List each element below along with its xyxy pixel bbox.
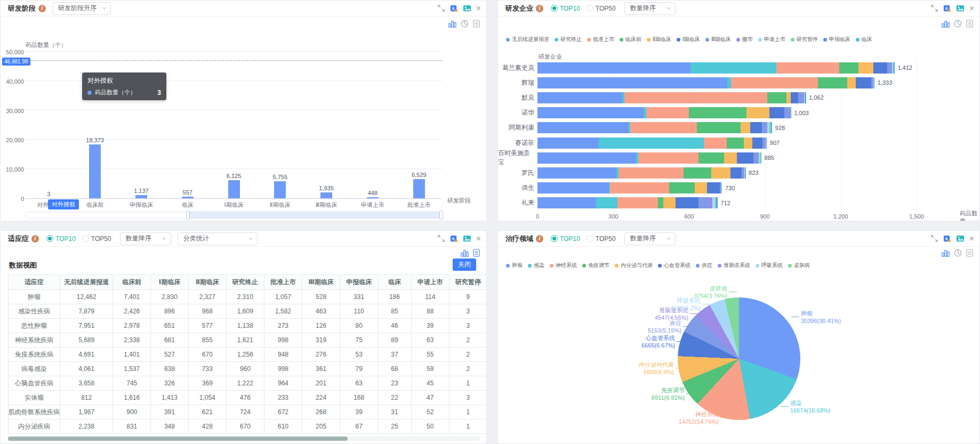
info-icon[interactable]: i <box>31 235 39 243</box>
expand-icon[interactable] <box>930 235 938 243</box>
bar[interactable] <box>274 181 286 198</box>
close-icon[interactable]: × <box>476 235 481 243</box>
legend-item[interactable]: 申报临床 <box>823 36 850 43</box>
radio-top10[interactable]: TOP10 <box>551 5 580 12</box>
company-label[interactable]: 阿斯利康 <box>498 120 534 135</box>
bar-segment[interactable] <box>676 197 698 208</box>
bar-segment[interactable] <box>894 62 895 74</box>
pie-chart[interactable] <box>678 297 800 420</box>
bar-segment[interactable] <box>669 182 694 193</box>
bar-segment[interactable] <box>750 122 762 133</box>
bar-segment[interactable] <box>537 197 596 208</box>
close-icon[interactable]: × <box>969 4 974 13</box>
data-view-icon[interactable] <box>966 20 973 28</box>
company-label[interactable]: 礼来 <box>498 196 534 211</box>
legend-item[interactable]: 呼吸系统 <box>756 262 783 269</box>
bar-segment[interactable] <box>658 197 664 208</box>
bar-segment[interactable] <box>761 152 761 164</box>
datazoom-track[interactable] <box>26 212 188 219</box>
bar-segment[interactable] <box>769 107 784 118</box>
x-axis-label[interactable]: Ⅱ期临床 <box>257 201 303 209</box>
bar-segment[interactable] <box>791 92 798 103</box>
sort-select[interactable]: 研发阶段升序 ∨ <box>52 2 111 15</box>
excel-export-icon[interactable] <box>943 4 951 12</box>
excel-export-icon[interactable] <box>943 235 951 243</box>
datazoom-slider[interactable] <box>26 212 442 219</box>
bar-segment[interactable] <box>772 122 772 133</box>
bar-segment[interactable] <box>786 92 791 103</box>
legend-item[interactable]: 感染 <box>528 262 544 269</box>
stacked-bar[interactable] <box>537 182 722 193</box>
legend-item[interactable]: 胃肠道系统 <box>718 262 750 269</box>
bar-segment[interactable] <box>698 197 709 208</box>
company-label[interactable]: 强生 <box>498 181 534 196</box>
company-label[interactable]: 百时美施贵宝 <box>498 150 534 165</box>
bar-chart-icon[interactable] <box>942 20 950 28</box>
x-axis-label[interactable]: Ⅲ期临床 <box>303 201 350 209</box>
bar-segment[interactable] <box>709 197 712 208</box>
info-icon[interactable]: i <box>38 5 46 12</box>
stacked-bar[interactable] <box>537 62 894 74</box>
bar-segment[interactable] <box>537 182 609 193</box>
bar[interactable] <box>135 195 147 198</box>
legend-item[interactable]: 内分泌与代谢 <box>615 262 653 269</box>
x-axis-label[interactable]: 申请上市 <box>349 201 396 209</box>
radio-top10[interactable]: TOP10 <box>46 235 76 243</box>
bar[interactable] <box>413 179 425 198</box>
stacked-bar[interactable] <box>537 152 761 164</box>
column-header[interactable]: Ⅱ期临床 <box>188 275 226 290</box>
bar-segment[interactable] <box>741 122 750 133</box>
bar-segment[interactable] <box>537 62 690 74</box>
bar-segment[interactable] <box>690 62 776 74</box>
bar-segment[interactable] <box>689 107 746 118</box>
highlighted-axis-label[interactable]: 对外授权 <box>48 199 79 209</box>
legend-item[interactable]: 炎症 <box>696 262 712 269</box>
pie-chart-icon[interactable] <box>954 249 962 257</box>
bar-segment[interactable] <box>618 167 684 179</box>
bar-segment[interactable] <box>599 138 704 149</box>
bar-segment[interactable] <box>746 107 769 118</box>
excel-export-icon[interactable] <box>450 4 458 12</box>
stacked-bar[interactable] <box>537 122 772 133</box>
stacked-bar[interactable] <box>537 92 806 103</box>
column-header[interactable]: 研究终止 <box>226 275 264 290</box>
company-label[interactable]: 诺华 <box>498 106 534 120</box>
legend-item[interactable]: 心血管系统 <box>658 262 690 269</box>
expand-icon[interactable] <box>437 4 445 12</box>
bar-segment[interactable] <box>537 152 636 164</box>
bar-segment[interactable] <box>856 77 871 88</box>
stacked-bar[interactable] <box>537 197 717 208</box>
bar-segment[interactable] <box>596 197 617 208</box>
image-export-icon[interactable] <box>956 235 965 243</box>
bar-segment[interactable] <box>638 152 699 164</box>
sort-select[interactable]: 数量降序 ∨ <box>624 2 676 15</box>
bar-segment[interactable] <box>663 197 676 208</box>
bar-segment[interactable] <box>806 92 806 103</box>
legend-item[interactable]: 神经系统 <box>550 262 577 269</box>
bar-segment[interactable] <box>717 197 718 208</box>
bar-segment[interactable] <box>707 182 720 193</box>
stacked-bar[interactable] <box>537 138 767 149</box>
legend-item[interactable]: Ⅰ期临床 <box>677 36 700 43</box>
bar[interactable] <box>320 192 332 198</box>
column-header[interactable]: 申请上市 <box>411 275 449 290</box>
legend-item[interactable]: 皮肤病 <box>788 262 810 269</box>
bar-segment[interactable] <box>537 122 629 133</box>
bar-segment[interactable] <box>731 77 818 88</box>
stacked-bar[interactable] <box>537 77 874 88</box>
radio-top10[interactable]: TOP10 <box>551 235 580 243</box>
legend-item[interactable]: 临床前 <box>620 36 641 43</box>
datazoom-right-handle[interactable] <box>439 211 443 220</box>
column-header[interactable]: 无后续进展报道 <box>60 275 113 290</box>
legend-item[interactable]: 免疫调节 <box>582 262 609 269</box>
bar[interactable] <box>89 144 101 198</box>
stat-type-select[interactable]: 分类统计 ∨ <box>178 232 258 245</box>
bar-segment[interactable] <box>791 107 791 118</box>
bar-segment[interactable] <box>727 138 743 149</box>
bar-segment[interactable] <box>847 77 856 88</box>
pie-chart-icon[interactable] <box>954 20 962 28</box>
bar-segment[interactable] <box>537 138 599 149</box>
expand-icon[interactable] <box>930 4 938 12</box>
excel-export-icon[interactable] <box>450 235 458 243</box>
x-axis-label[interactable]: 对外授权对外授权 <box>26 201 72 209</box>
